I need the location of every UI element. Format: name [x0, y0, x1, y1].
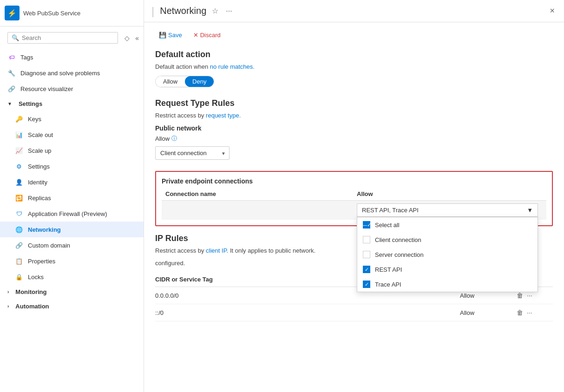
- checkbox-trace-api: [363, 281, 370, 288]
- sidebar-controls: ◇ «: [123, 33, 141, 43]
- toggle-allow-button[interactable]: Allow: [156, 76, 185, 87]
- discard-label: Discard: [200, 32, 221, 39]
- networking-icon: 🌐: [15, 225, 23, 234]
- sidebar-item-replicas[interactable]: 🔁 Replicas: [0, 190, 144, 206]
- sidebar-item-networking[interactable]: 🌐 Networking: [0, 222, 144, 237]
- sidebar-item-settings[interactable]: ⚙ Settings: [0, 158, 144, 174]
- top-bar: | Networking ☆ ··· ×: [144, 0, 564, 22]
- delete-row-1-button[interactable]: 🗑: [516, 308, 524, 317]
- sidebar: ⚡ Web PubSub Service 🔍 ◇ « 🏷 Tags 🔧 Diag…: [0, 0, 144, 392]
- sidebar-item-identity[interactable]: 👤 Identity: [0, 174, 144, 190]
- ip-ops-1: 🗑 ···: [516, 308, 553, 317]
- dropdown-item-trace-api[interactable]: Trace API: [357, 277, 538, 292]
- dropdown-item-rest-api[interactable]: REST API: [357, 262, 538, 277]
- save-icon: 💾: [159, 32, 166, 39]
- sidebar-item-diagnose-label: Diagnose and solve problems: [20, 70, 100, 77]
- scale-up-icon: 📈: [15, 146, 23, 155]
- sidebar-item-scale-up[interactable]: 📈 Scale up: [0, 143, 144, 158]
- main-content: | Networking ☆ ··· × 💾 Save ✕ Discard De…: [144, 0, 564, 392]
- monitoring-section-header[interactable]: › Monitoring: [0, 285, 144, 299]
- favorite-button[interactable]: ☆: [210, 5, 220, 17]
- request-type-link[interactable]: request type.: [206, 112, 241, 119]
- sidebar-item-settings-label: Settings: [28, 163, 50, 170]
- sidebar-item-keys[interactable]: 🔑 Keys: [0, 111, 144, 127]
- client-ip-link[interactable]: client IP.: [206, 247, 228, 254]
- default-action-title: Default action: [155, 50, 553, 59]
- more-options-button[interactable]: ···: [224, 5, 234, 17]
- sidebar-item-tags[interactable]: 🏷 Tags: [0, 49, 144, 65]
- public-network-label: Public network: [155, 124, 553, 132]
- automation-section-header[interactable]: › Automation: [0, 299, 144, 314]
- sidebar-item-identity-label: Identity: [28, 179, 47, 186]
- more-row-1-button[interactable]: ···: [526, 308, 533, 317]
- checkbox-rest-api: [363, 266, 370, 273]
- discard-button[interactable]: ✕ Discard: [190, 30, 224, 40]
- sidebar-item-properties[interactable]: 📋 Properties: [0, 253, 144, 269]
- server-connection-label: Server connection: [375, 251, 424, 258]
- endpoint-dropdown-arrow-icon: ▼: [527, 207, 533, 214]
- tags-icon: 🏷: [7, 53, 16, 61]
- page-title: Networking: [160, 6, 206, 16]
- save-button[interactable]: 💾 Save: [155, 30, 186, 40]
- properties-icon: 📋: [15, 257, 23, 265]
- private-endpoint-section: Private endpoint connections Connection …: [155, 171, 553, 226]
- checkbox-select-all: —: [363, 221, 370, 229]
- ip-action-1: Allow: [460, 309, 516, 316]
- private-endpoint-title: Private endpoint connections: [162, 177, 546, 185]
- locks-icon: 🔒: [15, 273, 23, 281]
- public-network-dropdown[interactable]: Client connection Server connection REST…: [155, 146, 230, 160]
- sidebar-item-appfw[interactable]: 🛡 Application Firewall (Preview): [0, 206, 144, 222]
- select-all-label: Select all: [375, 222, 400, 229]
- search-input[interactable]: [22, 34, 114, 41]
- dropdown-item-client-connection[interactable]: Client connection: [357, 232, 538, 247]
- sidebar-item-tags-label: Tags: [20, 54, 33, 61]
- sidebar-item-resource-label: Resource visualizer: [20, 85, 73, 92]
- automation-section-label: Automation: [15, 303, 49, 310]
- scale-out-icon: 📊: [15, 131, 23, 139]
- resource-icon: 🔗: [7, 85, 16, 93]
- toggle-deny-button[interactable]: Deny: [185, 76, 214, 87]
- sidebar-item-locks-label: Locks: [28, 274, 44, 281]
- public-network-dropdown-wrapper: Client connection Server connection REST…: [155, 146, 230, 160]
- endpoint-allow-col: REST API, Trace API ▼ — Select all: [357, 203, 543, 217]
- sidebar-header: ⚡ Web PubSub Service: [0, 0, 144, 26]
- sidebar-item-replicas-label: Replicas: [28, 195, 51, 202]
- collapse-button[interactable]: «: [133, 33, 141, 43]
- sidebar-item-custom-domain-label: Custom domain: [28, 242, 70, 249]
- endpoint-dropdown: REST API, Trace API ▼ — Select all: [357, 203, 538, 217]
- rest-api-label: REST API: [375, 266, 402, 273]
- settings-section-label: Settings: [19, 100, 42, 107]
- close-button[interactable]: ×: [548, 4, 557, 18]
- ip-action-0: Allow: [460, 292, 516, 299]
- request-type-rules-title: Request Type Rules: [155, 98, 553, 108]
- monitoring-chevron-icon: ›: [7, 289, 9, 294]
- allow-label: Allow: [155, 135, 170, 142]
- title-separator: |: [151, 5, 154, 18]
- more-row-0-button[interactable]: ···: [526, 291, 533, 300]
- custom-domain-icon: 🔗: [15, 241, 23, 249]
- dropdown-item-server-connection[interactable]: Server connection: [357, 247, 538, 262]
- delete-row-0-button[interactable]: 🗑: [516, 291, 524, 300]
- app-subtitle: Web PubSub Service: [23, 10, 80, 17]
- sidebar-item-custom-domain[interactable]: 🔗 Custom domain: [0, 237, 144, 253]
- app-logo: ⚡: [5, 6, 20, 20]
- default-action-section: Default action Default action when no ru…: [155, 50, 553, 87]
- pin-button[interactable]: ◇: [123, 33, 131, 43]
- search-bar: 🔍: [7, 32, 118, 44]
- automation-chevron-icon: ›: [7, 304, 9, 309]
- endpoint-dropdown-button[interactable]: REST API, Trace API ▼: [357, 203, 538, 217]
- endpoint-dropdown-menu: — Select all Client connection: [357, 217, 538, 292]
- sidebar-item-resource[interactable]: 🔗 Resource visualizer: [0, 81, 144, 97]
- no-rule-matches-link[interactable]: no rule matches.: [210, 63, 255, 70]
- sidebar-item-locks[interactable]: 🔒 Locks: [0, 269, 144, 285]
- settings-section-header[interactable]: ▼ Settings: [0, 97, 144, 111]
- settings-chevron-icon: ▼: [7, 101, 12, 106]
- trace-api-label: Trace API: [375, 281, 401, 288]
- search-icon: 🔍: [12, 34, 19, 41]
- dropdown-item-select-all[interactable]: — Select all: [357, 217, 538, 232]
- save-label: Save: [168, 32, 182, 39]
- sidebar-item-diagnose[interactable]: 🔧 Diagnose and solve problems: [0, 65, 144, 81]
- discard-icon: ✕: [193, 32, 198, 39]
- endpoint-row: REST API, Trace API ▼ — Select all: [162, 201, 546, 220]
- sidebar-item-scale-out[interactable]: 📊 Scale out: [0, 127, 144, 143]
